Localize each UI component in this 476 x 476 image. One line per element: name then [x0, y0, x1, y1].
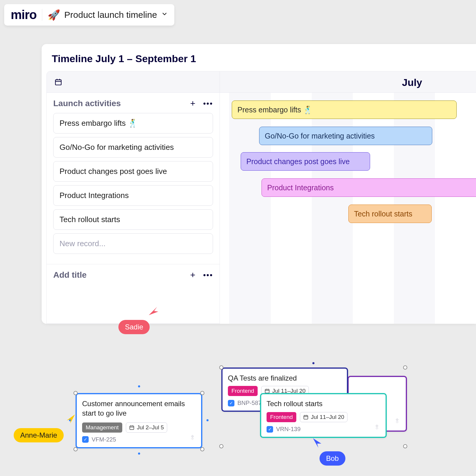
svg-rect-8	[265, 389, 269, 393]
selection-handle[interactable]	[200, 447, 204, 451]
section-title[interactable]: Launch activities	[53, 99, 121, 108]
calendar-icon	[303, 414, 309, 420]
record-item[interactable]: Product changes post goes live	[53, 161, 213, 182]
section-add-title: Add title + •••	[47, 264, 220, 324]
timeline-right-column[interactable]: July Augu Press embargo lifts 🕺 Go/No	[220, 71, 476, 324]
selection-handle[interactable]	[219, 444, 223, 448]
gantt-bar-label: Product changes post goes live	[246, 157, 350, 166]
section-launch-activities: Launch activities + ••• Press embargo li…	[47, 93, 220, 264]
gantt-bar[interactable]: Go/No-Go for marketing activities	[259, 127, 432, 145]
ticket-id: BNP-587	[237, 400, 262, 406]
collaborator-label-bob: Bob	[320, 451, 345, 466]
svg-rect-4	[130, 426, 134, 430]
date-chip[interactable]: Jul 2–Jul 5	[126, 422, 167, 433]
jira-icon	[393, 417, 401, 426]
calendar-icon	[54, 78, 62, 86]
timeline-grid: Launch activities + ••• Press embargo li…	[46, 71, 476, 324]
gantt-bar[interactable]: Product changes post goes live	[241, 152, 370, 171]
gantt-bar-label: Go/No-Go for marketing activities	[265, 132, 375, 140]
gantt-area[interactable]: Press embargo lifts 🕺 Go/No-Go for marke…	[220, 93, 476, 324]
timeline-panel: Timeline July 1 – September 1 Launch act…	[42, 44, 476, 324]
divider	[42, 9, 42, 21]
card-title: Customer announcement emails start to go…	[82, 399, 196, 418]
card-title: Tech rollout starts	[267, 399, 380, 409]
date-text: Jul 11–Jul 20	[311, 414, 344, 420]
add-record-button[interactable]: +	[190, 99, 195, 108]
miro-logo: miro	[11, 8, 37, 22]
selection-handle[interactable]	[200, 391, 204, 395]
cursor-icon	[66, 414, 76, 424]
selection-dot	[138, 453, 140, 455]
selection-handle[interactable]	[219, 365, 223, 370]
record-item[interactable]: Go/No-Go for marketing activities	[53, 137, 213, 158]
timeline-left-column: Launch activities + ••• Press embargo li…	[47, 71, 220, 324]
svg-rect-0	[55, 80, 61, 85]
record-item[interactable]: Press embargo lifts 🕺	[53, 113, 213, 133]
ticket-id: VRN-139	[276, 426, 300, 433]
section-more-icon[interactable]: •••	[203, 100, 213, 107]
section-more-icon[interactable]: •••	[203, 271, 213, 279]
svg-rect-12	[304, 416, 308, 419]
cursor-icon	[148, 306, 159, 316]
new-record-input[interactable]: New record...	[53, 233, 213, 254]
left-header	[47, 71, 220, 93]
gantt-bar[interactable]: Tech rollout starts	[348, 205, 432, 223]
card-title: QA Tests are finalized	[228, 373, 342, 383]
checkbox-icon[interactable]: ✓	[267, 426, 273, 433]
tag-management: Management	[82, 422, 122, 433]
chevron-down-icon	[161, 11, 168, 19]
top-toolbar: miro 🚀 Product launch timeline	[4, 4, 174, 26]
selection-handle[interactable]	[403, 444, 407, 448]
selection-dot	[138, 385, 140, 387]
add-record-button[interactable]: +	[190, 271, 195, 279]
tag-frontend: Frontend	[228, 386, 258, 396]
selection-handle[interactable]	[403, 365, 407, 370]
month-label: July	[402, 77, 422, 88]
date-text: Jul 2–Jul 5	[137, 424, 164, 431]
section-title-placeholder[interactable]: Add title	[53, 270, 87, 280]
panel-title: Timeline July 1 – September 1	[42, 44, 476, 71]
selection-handle[interactable]	[73, 391, 78, 395]
selection-dot	[206, 419, 209, 421]
calendar-icon	[129, 425, 134, 430]
gantt-bar[interactable]: Product Integrations	[262, 178, 476, 197]
collaborator-label-anne: Anne-Marie	[14, 428, 64, 442]
gantt-bar-label: Product Integrations	[267, 183, 334, 192]
cursor-icon	[312, 438, 322, 448]
collaborator-label-sadie: Sadie	[118, 320, 150, 334]
checkbox-icon[interactable]: ✓	[82, 436, 89, 443]
rocket-icon: 🚀	[48, 9, 60, 21]
record-item[interactable]: Product Integrations	[53, 185, 213, 206]
gantt-bar-label: Press embargo lifts 🕺	[237, 106, 312, 114]
ticket-id: VFM-225	[92, 436, 116, 443]
jira-icon	[189, 434, 196, 443]
gantt-bar[interactable]: Press embargo lifts 🕺	[232, 100, 457, 119]
selection-handle[interactable]	[73, 447, 78, 451]
board-name-text: Product launch timeline	[64, 10, 157, 20]
date-chip[interactable]: Jul 11–Jul 20	[300, 412, 347, 422]
record-item[interactable]: Tech rollout starts	[53, 209, 213, 230]
task-card-anne[interactable]: Customer announcement emails start to go…	[76, 393, 202, 448]
tag-frontend: Frontend	[267, 412, 296, 422]
board-switcher[interactable]: 🚀 Product launch timeline	[48, 9, 168, 21]
gantt-bar-label: Tech rollout starts	[354, 210, 412, 218]
checkbox-icon[interactable]: ✓	[228, 400, 234, 406]
jira-icon	[373, 424, 381, 433]
selection-dot	[312, 362, 314, 364]
task-card-tech[interactable]: Tech rollout starts Frontend Jul 11–Jul …	[260, 393, 387, 438]
